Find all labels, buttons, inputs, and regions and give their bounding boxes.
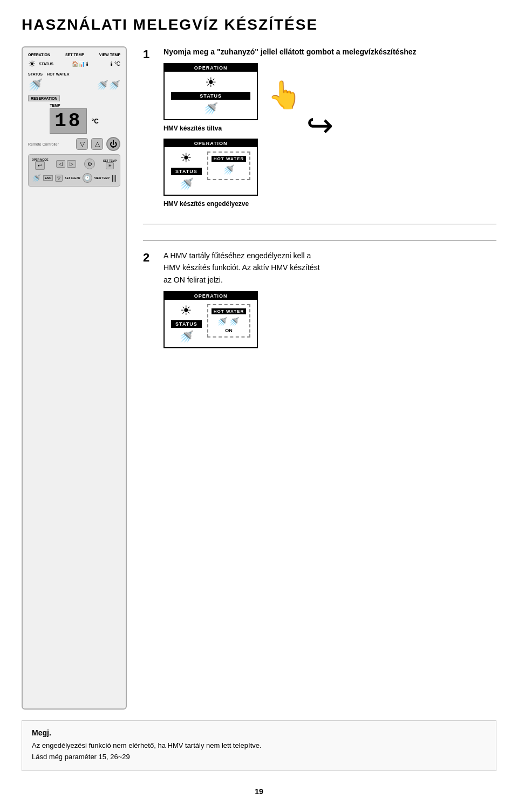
step2-panel: OPERATION ☀ STATUS 🚿 HOT WATER 🚿🚿 [163,291,258,348]
rc-reservation-label: RESERVATION [28,95,60,101]
rc-set-temp-btn-label: SET TEMP [103,159,117,162]
page: HASZNÁLATI MELEGVÍZ KÉSZÍTÉSE OPERATION … [0,0,518,812]
step2-shower-icon: 🚿 [171,330,202,344]
step1-number: 1 [143,47,156,61]
rc-shower-lower-icon: 🚿 [32,174,41,182]
rc-right-btn[interactable]: ▷ [67,160,76,168]
step1-panels-row: OPERATION ☀ STATUS 🚿 HMV készítés tiltva [163,63,496,208]
main-content: OPERATION SET TEMP VIEW TEMP ☀ STATUS 🏠📊… [22,46,496,710]
note-section: Megj. Az engedélyezési funkció nem elérh… [22,720,496,771]
step2-op-header: OPERATION [165,292,257,300]
rc-bars-btn: ||| [112,174,117,182]
curved-arrow: ↩ [306,63,333,144]
rc-celsius: °C [91,118,98,125]
step1-panel2-label: HMV készítés engedélyezve [163,200,258,208]
right-panel: 1 Nyomja meg a "zuhanyzó" jellel ellátot… [143,46,496,710]
rc-dn-small-btn[interactable]: ▽ [55,175,63,182]
panel2-op-header: OPERATION [165,140,257,147]
rc-power-btn[interactable]: ⏻ [106,137,120,151]
panel2-hotwater-icon: 🚿 [223,164,235,176]
sun-icon-rc: ☀ [28,59,36,69]
panel2-sun-icon: ☀ [171,150,202,166]
rc-settings-btn[interactable]: ⚙ [84,159,95,169]
step2-hotwater-icons: 🚿🚿 [217,316,241,327]
panel1-sun-icon: ☀ [171,75,250,90]
rc-view-temp-label: VIEW TEMP [99,53,120,57]
hand-icon: 👆 [268,79,301,111]
panel1-status-header: STATUS [171,92,250,100]
hand-pointer: 👆 [263,63,301,111]
step2-text: A HMV tartály fűtéséhez engedélyezni kel… [163,250,496,286]
rc-remote-label: Remote Controller [28,142,59,146]
rc-viewtemp-icons: 🌡°C [109,61,120,67]
step1-content: Nyomja meg a "zuhanyzó" jellel ellátott … [163,46,496,208]
rc-view-temp-btn-label: VIEW TEMP [94,176,110,180]
page-title: HASZNÁLATI MELEGVÍZ KÉSZÍTÉSE [22,16,496,33]
rc-status-label: STATUS [39,62,53,66]
rc-up-btn[interactable]: △ [91,138,103,150]
panel2-status-header: STATUS [171,168,202,175]
step2-content: A HMV tartály fűtéséhez engedélyezni kel… [163,250,496,348]
step2-status-header: STATUS [171,320,202,328]
remote-controller-panel: OPERATION SET TEMP VIEW TEMP ☀ STATUS 🏠📊… [22,46,127,710]
panel2-op: OPERATION ☀ STATUS 🚿 H [163,139,258,196]
page-number: 19 [22,771,496,796]
panel1-op: OPERATION ☀ STATUS 🚿 [163,63,258,120]
step1-panels-col: OPERATION ☀ STATUS 🚿 HMV készítés tiltva [163,63,258,208]
rc-left-btn[interactable]: ◁ [56,160,65,168]
rc-temp-label: TEMP [50,104,99,107]
rc-set-temp-label: SET TEMP [65,53,84,57]
rc-status-val-label: STATUS [28,72,43,76]
step2-on-label: ON [225,328,233,333]
note-line2: Lásd még paraméter 15, 26~29 [32,752,486,763]
hot-water-icon-rc: 🚿🚿 [97,79,120,91]
step1-text: Nyomja meg a "zuhanyzó" jellel ellátott … [163,46,496,58]
step1-panel1-label: HMV készítés tiltva [163,125,258,132]
step2-sun-icon: ☀ [171,303,202,318]
note-line1: Az engedélyezési funkció nem elérhető, h… [32,740,486,752]
rc-set-temp-btn[interactable]: ☀ [106,162,114,169]
shower-icon-rc: 🚿 [28,78,43,92]
rc-hot-water-label: HOT WATER [47,72,69,76]
rc-temp-display: 18 [50,108,87,134]
section-divider [143,224,496,224]
step1-container: 1 Nyomja meg a "zuhanyzó" jellel ellátot… [143,46,496,208]
panel1-op-header: OPERATION [165,64,257,72]
rc-oper-mode-btn[interactable]: ↩ [35,161,45,170]
panel2-hot-water-header: HOT WATER 🚿 [207,152,250,180]
panel1-shower-icon: 🚿 [171,102,250,116]
step2-number: 2 [143,251,156,265]
step2-hot-water-box: HOT WATER 🚿🚿 ON [207,304,250,338]
rc-operation-label: OPERATION [28,53,50,57]
rc-set-clear-label: SET CLEAR [65,176,80,180]
note-title: Megj. [32,728,486,737]
step2-container: 2 A HMV tartály fűtéséhez engedélyezni k… [143,240,496,348]
panel2-shower-icon: 🚿 [171,177,202,191]
rc-settemp-icons: 🏠📊🌡 [72,61,90,67]
rc-clock-btn[interactable]: 🕐 [83,173,92,183]
rc-down-btn[interactable]: ▽ [76,138,88,150]
rc-esc-btn-label: ESC [43,175,53,181]
